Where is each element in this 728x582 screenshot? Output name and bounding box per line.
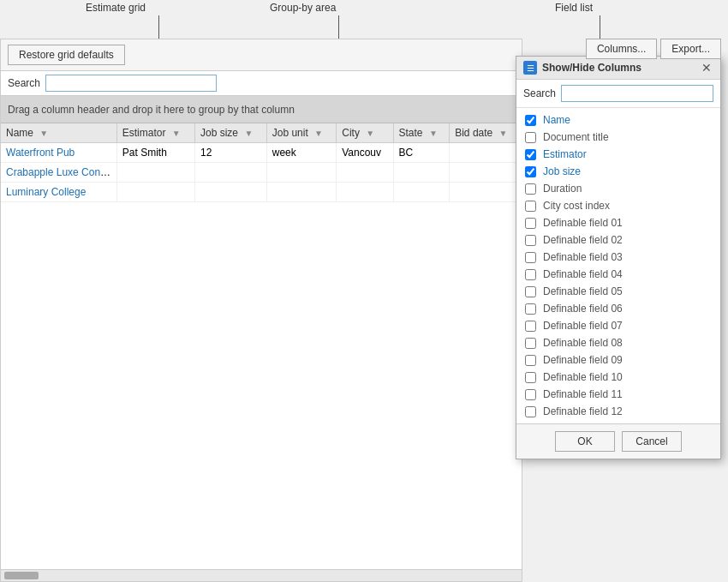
modal-list-item[interactable]: Definable field 09 (516, 351, 720, 369)
estimator-filter-icon[interactable]: ▼ (172, 129, 181, 138)
show-hide-columns-modal: ☰ Show/Hide Columns ✕ Search NameDocumen… (516, 56, 721, 459)
table-row: Crabapple Luxe Condominiums (1, 163, 522, 183)
group-by-label: Drag a column header and drop it here to… (8, 104, 295, 116)
modal-list-item[interactable]: Document title (516, 129, 720, 146)
top-right-buttons: Columns... Export... (586, 39, 721, 59)
column-label-10: Definable field 05 (543, 285, 623, 297)
column-checkbox-15[interactable] (525, 372, 536, 383)
column-label-3: Job size (543, 165, 581, 177)
name-filter-icon[interactable]: ▼ (39, 129, 48, 138)
column-checkbox-17[interactable] (525, 406, 536, 417)
cell-bid-date (450, 183, 522, 202)
cell-job-unit (266, 183, 336, 202)
modal-list-item[interactable]: Duration (516, 180, 720, 197)
job-unit-filter-icon[interactable]: ▼ (314, 129, 323, 138)
cell-estimator: Pat Smith (116, 143, 194, 163)
column-checkbox-3[interactable] (525, 166, 536, 177)
scrollbar-thumb[interactable] (4, 572, 39, 579)
modal-search-area: Search (516, 80, 720, 108)
col-bid-date: Bid date ▼ (450, 123, 522, 143)
modal-ok-button[interactable]: OK (555, 431, 615, 452)
column-checkbox-8[interactable] (525, 252, 536, 263)
modal-cancel-button[interactable]: Cancel (622, 431, 682, 452)
modal-icon-char: ☰ (527, 63, 534, 73)
bid-date-filter-icon[interactable]: ▼ (499, 129, 508, 138)
modal-list-item[interactable]: Definable field 11 (516, 386, 720, 403)
search-input[interactable] (45, 75, 217, 92)
columns-button[interactable]: Columns... (586, 39, 657, 59)
column-label-13: Definable field 08 (543, 337, 623, 349)
column-checkbox-14[interactable] (525, 355, 536, 366)
cell-estimator (116, 183, 194, 202)
cell-job-size: 12 (195, 143, 267, 163)
job-size-filter-icon[interactable]: ▼ (244, 129, 253, 138)
modal-list-item[interactable]: Definable field 04 (516, 266, 720, 283)
state-filter-icon[interactable]: ▼ (429, 129, 438, 138)
modal-list-item[interactable]: Definable field 06 (516, 300, 720, 317)
column-checkbox-10[interactable] (525, 286, 536, 297)
grid-container: Name ▼ Estimator ▼ Job size ▼ Job unit ▼… (1, 123, 522, 569)
cell-job-unit: week (266, 143, 336, 163)
search-bar: Search (1, 71, 522, 96)
modal-footer: OK Cancel (516, 423, 720, 459)
column-checkbox-5[interactable] (525, 201, 536, 212)
city-filter-icon[interactable]: ▼ (366, 129, 374, 138)
modal-list-item[interactable]: Definable field 03 (516, 249, 720, 266)
column-checkbox-12[interactable] (525, 321, 536, 332)
column-checkbox-1[interactable] (525, 132, 536, 143)
modal-column-list: NameDocument titleEstimatorJob sizeDurat… (516, 108, 720, 423)
modal-search-input[interactable] (561, 85, 713, 102)
modal-list-item[interactable]: Job size (516, 163, 720, 180)
modal-list-item[interactable]: Definable field 12 (516, 403, 720, 420)
column-checkbox-11[interactable] (525, 303, 536, 315)
modal-close-button[interactable]: ✕ (700, 62, 713, 74)
modal-list-item[interactable]: Definable field 01 (516, 214, 720, 231)
column-checkbox-0[interactable] (525, 115, 536, 126)
table-row: Luminary College (1, 183, 522, 202)
column-checkbox-6[interactable] (525, 218, 536, 229)
modal-list-item[interactable]: Name (516, 111, 720, 129)
column-checkbox-7[interactable] (525, 235, 536, 246)
modal-list-item[interactable]: Definable field 07 (516, 317, 720, 334)
column-checkbox-9[interactable] (525, 269, 536, 280)
modal-title: Show/Hide Columns (542, 62, 695, 74)
modal-list-item[interactable]: Definable field 10 (516, 369, 720, 386)
export-button[interactable]: Export... (660, 39, 721, 59)
column-label-7: Definable field 02 (543, 234, 623, 246)
estimate-table: Name ▼ Estimator ▼ Job size ▼ Job unit ▼… (1, 123, 522, 202)
col-estimator: Estimator ▼ (116, 123, 194, 143)
column-label-14: Definable field 09 (543, 354, 623, 366)
modal-header: ☰ Show/Hide Columns ✕ (516, 57, 720, 80)
annotation-estimate-grid: Estimate grid (86, 2, 146, 14)
cell-name: Waterfront Pub (1, 143, 116, 163)
column-label-2: Estimator (543, 148, 587, 160)
row-name-link[interactable]: Crabapple Luxe Condominiums (6, 166, 116, 178)
row-name-link[interactable]: Luminary College (6, 186, 86, 198)
column-label-4: Duration (543, 183, 582, 195)
cell-state: BC (393, 143, 450, 163)
column-checkbox-2[interactable] (525, 149, 536, 160)
cell-bid-date (450, 163, 522, 183)
column-label-16: Definable field 11 (543, 388, 623, 400)
modal-list-item[interactable]: Definable field 08 (516, 334, 720, 351)
cell-job-size (195, 183, 267, 202)
modal-list-item[interactable]: Estimator (516, 146, 720, 163)
modal-list-item[interactable]: City cost index (516, 197, 720, 214)
column-checkbox-13[interactable] (525, 338, 536, 349)
col-name: Name ▼ (1, 123, 116, 143)
horizontal-scrollbar[interactable] (1, 569, 522, 581)
restore-grid-defaults-button[interactable]: Restore grid defaults (8, 45, 125, 65)
column-checkbox-16[interactable] (525, 389, 536, 400)
column-label-1: Document title (543, 131, 609, 143)
cell-city: Vancouv (337, 143, 393, 163)
annotations: Estimate grid Group-by area Field list (0, 0, 728, 39)
modal-header-icon: ☰ (523, 61, 537, 75)
column-checkbox-4[interactable] (525, 183, 536, 195)
main-grid-container: Restore grid defaults Search Drag a colu… (0, 39, 522, 582)
cell-city (337, 183, 393, 202)
cell-city (337, 163, 393, 183)
row-name-link[interactable]: Waterfront Pub (6, 147, 75, 159)
modal-list-item[interactable]: Definable field 05 (516, 283, 720, 300)
modal-list-item[interactable]: Definable field 02 (516, 231, 720, 249)
cell-state (393, 183, 450, 202)
